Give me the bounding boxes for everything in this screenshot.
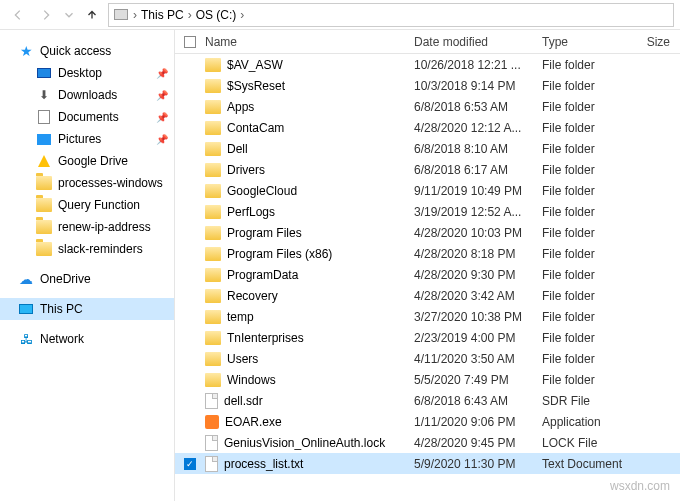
file-type-cell: File folder (536, 289, 636, 303)
file-row[interactable]: dell.sdr6/8/2018 6:43 AMSDR File (175, 390, 680, 411)
sidebar-item-label: This PC (40, 302, 83, 316)
file-type-cell: File folder (536, 142, 636, 156)
file-row[interactable]: ContaCam4/28/2020 12:12 A...File folder (175, 117, 680, 138)
file-name-cell[interactable]: temp (199, 310, 408, 324)
file-row[interactable]: Dell6/8/2018 8:10 AMFile folder (175, 138, 680, 159)
file-name-cell[interactable]: Program Files (x86) (199, 247, 408, 261)
file-row[interactable]: $SysReset10/3/2018 9:14 PMFile folder (175, 75, 680, 96)
file-row[interactable]: temp3/27/2020 10:38 PMFile folder (175, 306, 680, 327)
file-rows: $AV_ASW10/26/2018 12:21 ...File folder$S… (175, 54, 680, 474)
sidebar-item-processes-windows[interactable]: processes-windows (0, 172, 174, 194)
file-date-cell: 2/23/2019 4:00 PM (408, 331, 536, 345)
file-name-cell[interactable]: Users (199, 352, 408, 366)
breadcrumb-os-c[interactable]: OS (C:) (196, 8, 237, 22)
file-name-cell[interactable]: ProgramData (199, 268, 408, 282)
select-all-checkbox[interactable] (175, 36, 199, 48)
nav-history-button[interactable] (62, 3, 76, 27)
file-name-label: Program Files (227, 226, 302, 240)
file-row[interactable]: Recovery4/28/2020 3:42 AMFile folder (175, 285, 680, 306)
file-name-label: Apps (227, 100, 254, 114)
file-date-cell: 3/19/2019 12:52 A... (408, 205, 536, 219)
file-row[interactable]: Program Files (x86)4/28/2020 8:18 PMFile… (175, 243, 680, 264)
file-row[interactable]: ProgramData4/28/2020 9:30 PMFile folder (175, 264, 680, 285)
sidebar-item-documents[interactable]: Documents 📌 (0, 106, 174, 128)
file-row[interactable]: Windows5/5/2020 7:49 PMFile folder (175, 369, 680, 390)
file-name-cell[interactable]: Apps (199, 100, 408, 114)
file-row[interactable]: Apps6/8/2018 6:53 AMFile folder (175, 96, 680, 117)
folder-icon (36, 175, 52, 191)
file-name-cell[interactable]: $SysReset (199, 79, 408, 93)
file-name-cell[interactable]: Windows (199, 373, 408, 387)
folder-icon (36, 219, 52, 235)
sidebar-onedrive[interactable]: ☁ OneDrive (0, 268, 174, 290)
file-name-cell[interactable]: process_list.txt (199, 456, 408, 472)
sidebar-item-renew-ip[interactable]: renew-ip-address (0, 216, 174, 238)
column-header-size[interactable]: Size (636, 35, 680, 49)
sidebar-item-pictures[interactable]: Pictures 📌 (0, 128, 174, 150)
pin-icon: 📌 (156, 134, 168, 145)
file-name-cell[interactable]: TnIenterprises (199, 331, 408, 345)
file-name-cell[interactable]: ContaCam (199, 121, 408, 135)
file-name-cell[interactable]: Drivers (199, 163, 408, 177)
sidebar-item-desktop[interactable]: Desktop 📌 (0, 62, 174, 84)
column-header-name[interactable]: Name (199, 35, 408, 49)
navigation-pane: ★ Quick access Desktop 📌 ⬇ Downloads 📌 D… (0, 30, 175, 501)
nav-up-button[interactable] (80, 3, 104, 27)
file-name-cell[interactable]: GoogleCloud (199, 184, 408, 198)
sidebar-item-label: Network (40, 332, 84, 346)
row-checkbox[interactable]: ✓ (175, 458, 199, 470)
file-row[interactable]: ✓process_list.txt5/9/2020 11:30 PMText D… (175, 453, 680, 474)
file-row[interactable]: EOAR.exe1/11/2020 9:06 PMApplication (175, 411, 680, 432)
file-name-cell[interactable]: PerfLogs (199, 205, 408, 219)
document-icon (36, 109, 52, 125)
file-type-cell: File folder (536, 79, 636, 93)
file-date-cell: 5/5/2020 7:49 PM (408, 373, 536, 387)
file-date-cell: 3/27/2020 10:38 PM (408, 310, 536, 324)
file-name-cell[interactable]: $AV_ASW (199, 58, 408, 72)
file-row[interactable]: $AV_ASW10/26/2018 12:21 ...File folder (175, 54, 680, 75)
chevron-right-icon[interactable]: › (133, 8, 137, 22)
file-row[interactable]: GeniusVision_OnlineAuth.lock4/28/2020 9:… (175, 432, 680, 453)
nav-back-button[interactable] (6, 3, 30, 27)
chevron-right-icon[interactable]: › (240, 8, 244, 22)
file-row[interactable]: Users4/11/2020 3:50 AMFile folder (175, 348, 680, 369)
breadcrumb-this-pc[interactable]: This PC (141, 8, 184, 22)
application-icon (205, 415, 219, 429)
address-bar[interactable]: › This PC › OS (C:) › (108, 3, 674, 27)
download-icon: ⬇ (36, 87, 52, 103)
column-header-type[interactable]: Type (536, 35, 636, 49)
sidebar-item-query-function[interactable]: Query Function (0, 194, 174, 216)
file-row[interactable]: Drivers6/8/2018 6:17 AMFile folder (175, 159, 680, 180)
file-date-cell: 4/11/2020 3:50 AM (408, 352, 536, 366)
nav-forward-button[interactable] (34, 3, 58, 27)
file-name-cell[interactable]: GeniusVision_OnlineAuth.lock (199, 435, 408, 451)
sidebar-network[interactable]: 🖧 Network (0, 328, 174, 350)
folder-icon (205, 79, 221, 93)
file-name-cell[interactable]: dell.sdr (199, 393, 408, 409)
file-type-cell: File folder (536, 268, 636, 282)
file-row[interactable]: GoogleCloud9/11/2019 10:49 PMFile folder (175, 180, 680, 201)
file-row[interactable]: PerfLogs3/19/2019 12:52 A...File folder (175, 201, 680, 222)
file-row[interactable]: Program Files4/28/2020 10:03 PMFile fold… (175, 222, 680, 243)
file-name-cell[interactable]: Dell (199, 142, 408, 156)
pictures-icon (36, 131, 52, 147)
chevron-right-icon[interactable]: › (188, 8, 192, 22)
sidebar-item-google-drive[interactable]: Google Drive (0, 150, 174, 172)
file-type-cell: File folder (536, 310, 636, 324)
column-header-date[interactable]: Date modified (408, 35, 536, 49)
file-name-cell[interactable]: Recovery (199, 289, 408, 303)
sidebar-item-label: slack-reminders (58, 242, 143, 256)
file-type-cell: File folder (536, 373, 636, 387)
sidebar-item-slack-reminders[interactable]: slack-reminders (0, 238, 174, 260)
pin-icon: 📌 (156, 90, 168, 101)
file-name-cell[interactable]: EOAR.exe (199, 415, 408, 429)
sidebar-item-downloads[interactable]: ⬇ Downloads 📌 (0, 84, 174, 106)
sidebar-quick-access[interactable]: ★ Quick access (0, 40, 174, 62)
folder-icon (36, 241, 52, 257)
sidebar-item-label: OneDrive (40, 272, 91, 286)
file-row[interactable]: TnIenterprises2/23/2019 4:00 PMFile fold… (175, 327, 680, 348)
folder-icon (205, 310, 221, 324)
sidebar-this-pc[interactable]: This PC (0, 298, 174, 320)
file-name-cell[interactable]: Program Files (199, 226, 408, 240)
file-date-cell: 6/8/2018 6:17 AM (408, 163, 536, 177)
